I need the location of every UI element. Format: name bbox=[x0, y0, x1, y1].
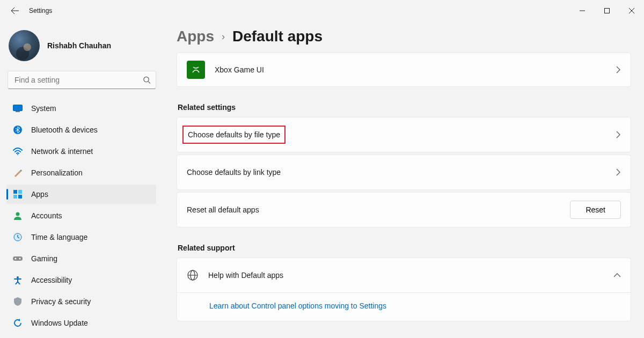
sidebar-item-label: Personalization bbox=[31, 168, 83, 177]
minimize-button[interactable] bbox=[570, 2, 595, 19]
svg-rect-7 bbox=[16, 111, 20, 112]
sidebar-item-personalization[interactable]: Personalization bbox=[6, 163, 156, 182]
wifi-icon bbox=[13, 146, 23, 156]
svg-point-20 bbox=[19, 258, 21, 260]
svg-rect-12 bbox=[13, 195, 17, 199]
chevron-right-icon bbox=[616, 168, 621, 176]
sidebar-item-label: Gaming bbox=[31, 254, 57, 263]
sidebar-item-label: Bluetooth & devices bbox=[31, 126, 98, 134]
sidebar-item-privacy[interactable]: Privacy & security bbox=[6, 292, 156, 311]
search-icon bbox=[143, 76, 151, 84]
setting-link-type[interactable]: Choose defaults by link type bbox=[177, 155, 631, 190]
svg-rect-11 bbox=[18, 190, 22, 194]
xbox-icon bbox=[187, 61, 205, 79]
sidebar-item-label: System bbox=[31, 104, 56, 113]
bluetooth-icon bbox=[13, 125, 23, 135]
apps-icon bbox=[13, 189, 23, 199]
sidebar-item-update[interactable]: Windows Update bbox=[6, 313, 156, 333]
svg-point-21 bbox=[17, 276, 19, 278]
svg-line-5 bbox=[148, 82, 150, 84]
chevron-right-icon bbox=[616, 66, 621, 74]
avatar bbox=[9, 30, 40, 61]
shield-icon bbox=[13, 297, 23, 306]
sidebar-item-label: Windows Update bbox=[31, 319, 88, 327]
sidebar-item-label: Privacy & security bbox=[31, 297, 91, 306]
section-related-support: Related support bbox=[178, 244, 631, 252]
monitor-icon bbox=[13, 104, 23, 113]
maximize-button[interactable] bbox=[595, 2, 619, 19]
user-profile[interactable]: Rishabh Chauhan bbox=[9, 30, 155, 61]
paint-icon bbox=[13, 168, 23, 178]
sidebar-item-time[interactable]: Time & language bbox=[6, 227, 156, 247]
svg-rect-18 bbox=[13, 256, 23, 261]
support-link[interactable]: Learn about Control panel options moving… bbox=[177, 292, 631, 321]
chevron-right-icon: › bbox=[222, 31, 225, 42]
sidebar-item-accounts[interactable]: Accounts bbox=[6, 206, 156, 225]
svg-point-14 bbox=[16, 212, 20, 216]
sidebar-item-gaming[interactable]: Gaming bbox=[6, 249, 156, 268]
sidebar-item-label: Accessibility bbox=[31, 276, 72, 284]
setting-reset-defaults: Reset all default apps Reset bbox=[177, 192, 631, 227]
sidebar-item-apps[interactable]: Apps bbox=[6, 185, 156, 204]
sidebar-item-system[interactable]: System bbox=[6, 99, 156, 118]
svg-rect-10 bbox=[13, 190, 17, 194]
search-input[interactable] bbox=[8, 71, 156, 89]
setting-label: Reset all default apps bbox=[187, 205, 259, 214]
setting-file-type[interactable]: Choose defaults by file type bbox=[177, 117, 631, 152]
chevron-up-icon bbox=[613, 273, 621, 278]
sidebar-item-network[interactable]: Network & internet bbox=[6, 142, 156, 161]
page-title: Default apps bbox=[232, 28, 323, 45]
clock-icon bbox=[13, 232, 23, 242]
app-row-label: Xbox Game UI bbox=[215, 65, 264, 74]
chevron-right-icon bbox=[616, 131, 621, 138]
back-button[interactable] bbox=[10, 5, 20, 16]
person-icon bbox=[13, 211, 23, 221]
gamepad-icon bbox=[13, 254, 23, 263]
breadcrumb-parent[interactable]: Apps bbox=[177, 28, 214, 45]
accessibility-icon bbox=[13, 275, 23, 285]
setting-label: Choose defaults by file type bbox=[188, 130, 280, 139]
breadcrumb: Apps › Default apps bbox=[177, 28, 631, 45]
setting-label: Choose defaults by link type bbox=[187, 168, 281, 177]
sidebar-item-label: Time & language bbox=[31, 233, 87, 241]
reset-button[interactable]: Reset bbox=[570, 201, 621, 219]
globe-icon bbox=[187, 269, 199, 281]
svg-rect-13 bbox=[18, 195, 22, 199]
close-button[interactable] bbox=[619, 2, 644, 19]
section-related-settings: Related settings bbox=[178, 103, 631, 112]
svg-rect-1 bbox=[605, 9, 610, 13]
sidebar-item-accessibility[interactable]: Accessibility bbox=[6, 270, 156, 290]
svg-rect-6 bbox=[13, 105, 23, 111]
support-help-expander[interactable]: Help with Default apps bbox=[177, 258, 631, 292]
update-icon bbox=[13, 318, 23, 328]
user-name: Rishabh Chauhan bbox=[47, 41, 111, 50]
svg-point-19 bbox=[15, 258, 17, 260]
app-row-xbox[interactable]: Xbox Game UI bbox=[177, 53, 631, 87]
svg-point-9 bbox=[17, 154, 18, 155]
svg-point-4 bbox=[144, 77, 149, 82]
sidebar-item-label: Network & internet bbox=[31, 147, 93, 156]
sidebar-item-label: Accounts bbox=[31, 211, 62, 220]
window-title: Settings bbox=[29, 7, 52, 14]
sidebar-item-label: Apps bbox=[31, 190, 48, 199]
sidebar-item-bluetooth[interactable]: Bluetooth & devices bbox=[6, 120, 156, 139]
support-label: Help with Default apps bbox=[208, 271, 283, 280]
